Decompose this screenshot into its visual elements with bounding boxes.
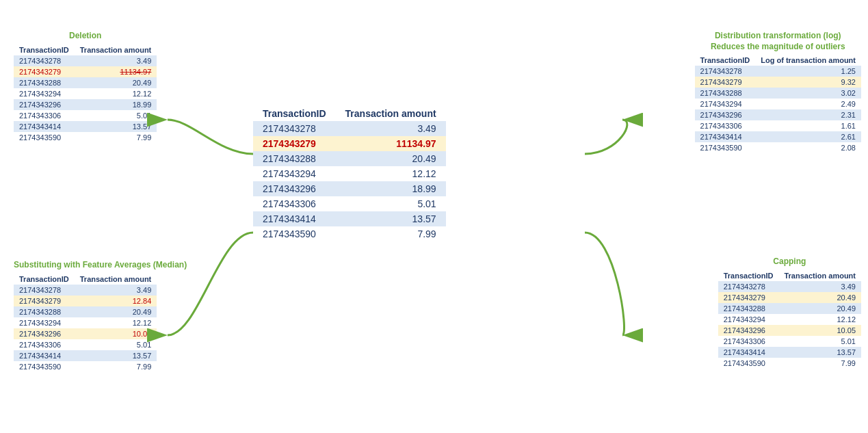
log-row-amount: 1.61 xyxy=(755,120,861,131)
deletion-row-amount: 11134.97 xyxy=(75,66,157,77)
center-row-id: 2174343294 xyxy=(253,166,336,181)
median-row-amount: 7.99 xyxy=(75,361,157,372)
log-row-id: 2174343278 xyxy=(695,66,756,77)
deletion-table: TransactionID Transaction amount 2174343… xyxy=(14,44,157,143)
deletion-row-id: 2174343278 xyxy=(14,55,75,66)
deletion-row-amount: 7.99 xyxy=(75,132,157,143)
center-row-id: 2174343296 xyxy=(253,181,336,196)
deletion-row-id: 2174343414 xyxy=(14,121,75,132)
center-row-amount: 13.57 xyxy=(336,211,446,226)
center-row-amount: 12.12 xyxy=(336,166,446,181)
log-row-amount: 1.25 xyxy=(755,66,861,77)
median-table-section: Substituting with Feature Averages (Medi… xyxy=(14,260,187,372)
median-col-amount: Transaction amount xyxy=(75,274,157,285)
deletion-col-amount: Transaction amount xyxy=(75,44,157,55)
capping-row-amount: 7.99 xyxy=(778,358,861,369)
center-row-id: 2174343288 xyxy=(253,151,336,166)
median-col-id: TransactionID xyxy=(14,274,75,285)
log-row-id: 2174343296 xyxy=(695,109,756,120)
median-row-id: 2174343296 xyxy=(14,328,75,339)
median-row-id: 2174343294 xyxy=(14,317,75,328)
capping-row-id: 2174343278 xyxy=(718,281,779,292)
log-row-amount: 2.61 xyxy=(755,131,861,142)
log-row-id: 2174343279 xyxy=(695,77,756,88)
log-row-id: 2174343306 xyxy=(695,120,756,131)
log-row-amount: 9.32 xyxy=(755,77,861,88)
median-title: Substituting with Feature Averages (Medi… xyxy=(14,260,187,271)
log-row-amount: 2.49 xyxy=(755,99,861,109)
log-row-id: 2174343590 xyxy=(695,142,756,153)
capping-row-amount: 5.01 xyxy=(778,336,861,347)
capping-table: TransactionID Transaction amount 2174343… xyxy=(718,270,861,369)
capping-row-id: 2174343296 xyxy=(718,325,779,336)
center-row-amount: 20.49 xyxy=(336,151,446,166)
capping-title: Capping xyxy=(718,257,861,267)
log-col-id: TransactionID xyxy=(695,55,756,66)
capping-row-id: 2174343294 xyxy=(718,314,779,325)
median-row-id: 2174343279 xyxy=(14,296,75,306)
log-table: TransactionID Log of transaction amount … xyxy=(695,55,861,153)
deletion-row-id: 2174343288 xyxy=(14,77,75,88)
median-row-id: 2174343278 xyxy=(14,285,75,296)
deletion-row-amount: 20.49 xyxy=(75,77,157,88)
deletion-row-amount: 18.99 xyxy=(75,99,157,110)
deletion-row-id: 2174343294 xyxy=(14,88,75,99)
center-row-id: 2174343414 xyxy=(253,211,336,226)
log-table-section: Distribution transformation (log)Reduces… xyxy=(695,31,861,153)
capping-col-amount: Transaction amount xyxy=(778,270,861,281)
log-row-id: 2174343414 xyxy=(695,131,756,142)
deletion-row-id: 2174343306 xyxy=(14,110,75,121)
capping-row-id: 2174343279 xyxy=(718,292,779,303)
deletion-row-amount: 5.01 xyxy=(75,110,157,121)
capping-row-id: 2174343288 xyxy=(718,303,779,314)
median-row-amount: 12.84 xyxy=(75,296,157,306)
median-row-amount: 12.12 xyxy=(75,317,157,328)
log-row-amount: 3.02 xyxy=(755,88,861,99)
median-row-amount: 20.49 xyxy=(75,306,157,317)
median-row-id: 2174343414 xyxy=(14,350,75,361)
capping-row-id: 2174343306 xyxy=(718,336,779,347)
deletion-row-amount: 12.12 xyxy=(75,88,157,99)
capping-col-id: TransactionID xyxy=(718,270,779,281)
log-col-amount: Log of transaction amount xyxy=(755,55,861,66)
main-container: TransactionID Transaction amount 2174343… xyxy=(0,0,868,433)
capping-table-section: Capping TransactionID Transaction amount… xyxy=(718,257,861,369)
median-row-amount: 13.57 xyxy=(75,350,157,361)
median-table: TransactionID Transaction amount 2174343… xyxy=(14,274,157,372)
center-row-id: 2174343279 xyxy=(253,136,336,151)
center-table-section: TransactionID Transaction amount 2174343… xyxy=(253,106,446,241)
log-row-amount: 2.31 xyxy=(755,109,861,120)
deletion-table-section: Deletion TransactionID Transaction amoun… xyxy=(14,31,157,143)
center-row-id: 2174343278 xyxy=(253,121,336,136)
median-row-id: 2174343288 xyxy=(14,306,75,317)
center-col-amount: Transaction amount xyxy=(336,106,446,121)
center-row-amount: 3.49 xyxy=(336,121,446,136)
capping-row-amount: 12.12 xyxy=(778,314,861,325)
median-row-amount: 3.49 xyxy=(75,285,157,296)
capping-row-amount: 10.05 xyxy=(778,325,861,336)
median-row-amount: 5.01 xyxy=(75,339,157,350)
median-row-amount: 10.05 xyxy=(75,328,157,339)
deletion-row-amount: 13.57 xyxy=(75,121,157,132)
center-row-amount: 7.99 xyxy=(336,226,446,241)
center-row-id: 2174343590 xyxy=(253,226,336,241)
log-row-id: 2174343288 xyxy=(695,88,756,99)
capping-row-amount: 20.49 xyxy=(778,292,861,303)
median-row-id: 2174343306 xyxy=(14,339,75,350)
deletion-row-id: 2174343279 xyxy=(14,66,75,77)
capping-row-amount: 20.49 xyxy=(778,303,861,314)
capping-row-amount: 3.49 xyxy=(778,281,861,292)
deletion-row-amount: 3.49 xyxy=(75,55,157,66)
capping-row-id: 2174343590 xyxy=(718,358,779,369)
log-title: Distribution transformation (log)Reduces… xyxy=(695,31,861,52)
deletion-row-id: 2174343590 xyxy=(14,132,75,143)
deletion-col-id: TransactionID xyxy=(14,44,75,55)
log-row-id: 2174343294 xyxy=(695,99,756,109)
center-row-amount: 18.99 xyxy=(336,181,446,196)
capping-row-id: 2174343414 xyxy=(718,347,779,358)
center-row-id: 2174343306 xyxy=(253,196,336,211)
deletion-row-id: 2174343296 xyxy=(14,99,75,110)
deletion-title: Deletion xyxy=(14,31,157,42)
center-row-amount: 11134.97 xyxy=(336,136,446,151)
median-row-id: 2174343590 xyxy=(14,361,75,372)
